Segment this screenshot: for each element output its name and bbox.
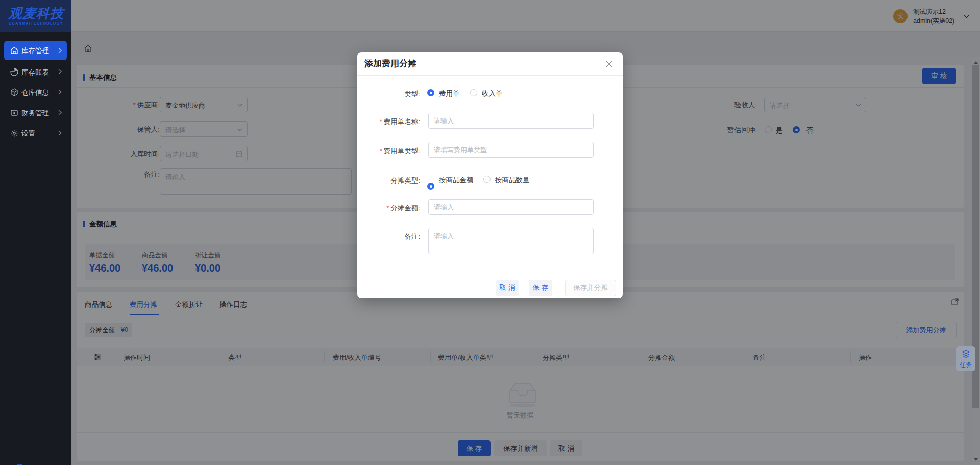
layers-icon [962, 350, 970, 358]
sidebar-item-label: 财务管理 [21, 109, 49, 118]
sidebar-item-settings[interactable]: 设置 [4, 124, 67, 143]
expense-type-input[interactable] [428, 142, 594, 158]
modal-remark-label: 备注: [357, 232, 420, 241]
radio-income-label: 收入单 [482, 89, 503, 99]
chevron-right-icon [58, 130, 62, 136]
modal-remark-textarea[interactable] [428, 228, 594, 254]
logo-title: 观麦科技 [9, 5, 64, 22]
warehouse-icon [10, 46, 18, 55]
sidebar-item-label: 库存账表 [21, 68, 49, 77]
sidebar-item-inventory-ledger[interactable]: 库存账表 [4, 62, 67, 82]
divider [357, 75, 623, 76]
required-star: * [380, 147, 382, 155]
radio-by-amount-label: 按商品金额 [439, 176, 474, 185]
logo-block: 观麦科技 GUANMAITECHNOLOGY [0, 0, 71, 32]
share-amount-label: *分摊金额: [357, 204, 420, 213]
radio-expense-label: 费用单 [439, 89, 460, 99]
dialog-save-allocate-button[interactable]: 保存并分摊 [565, 280, 616, 296]
chevron-right-icon [58, 110, 62, 115]
radio-by-quantity-label: 按商品数量 [495, 176, 530, 185]
sidebar: 库存管理 库存账表 仓库信息 财务管理 设置 折叠菜单 [0, 32, 71, 465]
sidebar-item-warehouse-info[interactable]: 仓库信息 [4, 83, 67, 102]
dialog-save-button[interactable]: 保 存 [529, 280, 552, 296]
share-amount-input[interactable] [428, 199, 594, 215]
sidebar-item-label: 仓库信息 [21, 88, 49, 97]
close-icon[interactable] [605, 60, 613, 68]
required-star: * [380, 118, 382, 126]
app-root: 实 测试演示12 admin(实施02) 观麦科技 GUANMAITECHNOL… [0, 0, 980, 465]
sidebar-item-label: 设置 [21, 129, 35, 138]
chevron-right-icon [58, 47, 62, 53]
gear-icon [10, 129, 18, 137]
logo-subtitle: GUANMAITECHNOLOGY [9, 21, 63, 25]
dialog-cancel-button[interactable]: 取 消 [496, 280, 519, 296]
task-widget[interactable]: 任务 [956, 346, 975, 371]
expense-type-label: *费用单类型: [357, 146, 420, 156]
share-type-label: 分摊类型: [357, 176, 420, 185]
chevron-right-icon [58, 89, 62, 95]
cube-icon [10, 88, 18, 96]
task-label: 任务 [956, 361, 975, 370]
chevron-right-icon [58, 69, 62, 75]
radio-expense[interactable] [427, 89, 434, 96]
wallet-icon [10, 109, 18, 117]
radio-by-quantity[interactable] [483, 176, 491, 183]
sidebar-item-label: 库存管理 [21, 46, 49, 56]
radio-income[interactable] [470, 89, 477, 96]
sidebar-item-inventory-mgmt[interactable]: 库存管理 [4, 41, 67, 60]
pie-chart-icon [10, 68, 18, 76]
expense-name-input[interactable] [428, 113, 594, 129]
dialog-title: 添加费用分摊 [364, 58, 416, 69]
required-star: * [386, 204, 389, 212]
add-expense-allocation-dialog: 添加费用分摊 类型: 费用单 收入单 *费用单名称: *费用单类型: 分摊类型:… [357, 52, 623, 298]
type-label: 类型: [357, 90, 420, 99]
expense-name-label: *费用单名称: [357, 117, 420, 127]
radio-by-amount[interactable] [427, 183, 434, 190]
sidebar-item-finance-mgmt[interactable]: 财务管理 [4, 103, 67, 123]
collapse-menu-button[interactable]: 折叠菜单 [0, 463, 71, 465]
